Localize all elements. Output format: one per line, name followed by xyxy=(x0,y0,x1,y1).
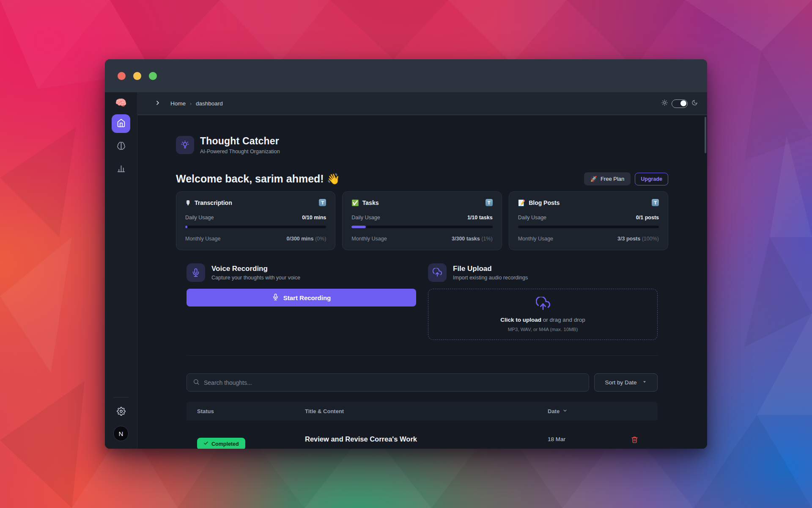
monthly-usage-value: 3/300 tasks (1%) xyxy=(452,236,493,242)
usage-cards: 🎙 Transcription T Daily Usage 0/10 mins … xyxy=(176,191,668,250)
minimize-button[interactable] xyxy=(133,72,141,80)
sort-by-date-dropdown[interactable]: Sort by Date xyxy=(594,373,658,392)
search-input[interactable] xyxy=(204,379,583,386)
sidebar-collapse-button[interactable] xyxy=(154,99,161,108)
chevron-right-icon xyxy=(154,99,161,108)
microphone-icon xyxy=(187,263,205,282)
dropzone-cta: Click to upload or drag and drop xyxy=(500,317,585,323)
page-title: Thought Catcher xyxy=(200,135,280,147)
info-badge-icon[interactable]: T xyxy=(652,199,659,206)
moon-icon xyxy=(691,99,698,108)
daily-usage-value: 0/10 mins xyxy=(302,215,326,221)
home-icon xyxy=(117,119,126,129)
status-badge: Completed xyxy=(197,438,245,449)
sidebar-item-thoughts[interactable] xyxy=(112,137,130,156)
voice-recording-subtitle: Capture your thoughts with your voice xyxy=(211,275,300,281)
microphone-emoji-icon: 🎙 xyxy=(185,199,191,206)
voice-recording-title: Voice Recording xyxy=(211,265,300,273)
dropzone-hint: MP3, WAV, or M4A (max. 10MB) xyxy=(508,327,578,332)
voice-recording-section: Voice Recording Capture your thoughts wi… xyxy=(187,263,416,340)
file-dropzone[interactable]: Click to upload or drag and drop MP3, WA… xyxy=(428,289,658,340)
topbar: Home › dashboard xyxy=(137,92,707,115)
trash-icon xyxy=(631,436,638,449)
monthly-usage-label: Monthly Usage xyxy=(351,236,387,242)
lightbulb-icon xyxy=(176,136,194,154)
app-window: 🧠 xyxy=(105,59,707,449)
microphone-icon xyxy=(272,293,279,302)
breadcrumb-current[interactable]: dashboard xyxy=(196,100,223,107)
wave-emoji: 👋 xyxy=(327,173,340,185)
column-status: Status xyxy=(197,408,305,414)
breadcrumb-home[interactable]: Home xyxy=(170,100,186,107)
avatar[interactable]: N xyxy=(113,426,129,441)
thought-title[interactable]: Review and Revise Correa's Work xyxy=(305,433,548,449)
bar-chart-icon xyxy=(117,164,126,175)
thoughts-table: Status Title & Content Date xyxy=(187,402,658,449)
card-title: Transcription xyxy=(195,199,232,206)
thought-date: 18 Mar xyxy=(548,433,622,449)
daily-usage-label: Daily Usage xyxy=(518,215,546,221)
brain-logo-icon: 🧠 xyxy=(115,98,126,108)
memo-emoji-icon: 📝 xyxy=(518,199,525,206)
check-emoji-icon: ✅ xyxy=(351,199,359,206)
content-scroll-area[interactable]: Thought Catcher AI-Powered Thought Organ… xyxy=(137,115,707,449)
plan-badge: 🚀 Free Plan xyxy=(584,172,631,185)
tasks-card: ✅ Tasks T Daily Usage 1/10 tasks Monthly… xyxy=(342,191,502,250)
brain-icon xyxy=(117,141,126,152)
rocket-icon: 🚀 xyxy=(590,176,597,182)
sun-icon xyxy=(661,99,668,108)
plan-label: Free Plan xyxy=(601,176,624,182)
file-upload-subtitle: Import existing audio recordings xyxy=(453,275,528,281)
daily-usage-label: Daily Usage xyxy=(185,215,214,221)
daily-usage-value: 0/1 posts xyxy=(636,215,659,221)
transcription-card: 🎙 Transcription T Daily Usage 0/10 mins … xyxy=(176,191,335,250)
monthly-usage-value: 0/300 mins (0%) xyxy=(287,236,326,242)
caret-down-icon xyxy=(642,379,647,386)
settings-button[interactable] xyxy=(117,407,126,417)
cloud-upload-icon xyxy=(536,297,550,313)
sidebar-item-home[interactable] xyxy=(112,114,130,133)
search-field xyxy=(187,373,589,392)
column-date-sort[interactable]: Date xyxy=(548,408,622,414)
maximize-button[interactable] xyxy=(149,72,157,80)
page-header: Thought Catcher AI-Powered Thought Organ… xyxy=(176,135,668,155)
file-upload-section: File Upload Import existing audio record… xyxy=(428,263,658,340)
welcome-heading: Welcome back, sarim ahmed! 👋 xyxy=(176,173,340,185)
file-upload-title: File Upload xyxy=(453,265,528,273)
window-titlebar[interactable] xyxy=(105,59,707,92)
scrollbar[interactable] xyxy=(705,117,706,153)
upgrade-button[interactable]: Upgrade xyxy=(635,173,668,185)
monthly-usage-label: Monthly Usage xyxy=(185,236,220,242)
blog-posts-card: 📝 Blog Posts T Daily Usage 0/1 posts Mon… xyxy=(509,191,668,250)
delete-button[interactable] xyxy=(622,433,647,449)
daily-usage-label: Daily Usage xyxy=(351,215,380,221)
card-title: Blog Posts xyxy=(529,199,560,206)
table-header: Status Title & Content Date xyxy=(187,402,658,420)
theme-toggle[interactable] xyxy=(672,99,688,108)
gear-icon xyxy=(117,410,126,417)
breadcrumb: Home › dashboard xyxy=(170,100,223,107)
close-button[interactable] xyxy=(118,72,126,80)
search-icon xyxy=(193,378,200,387)
page-subtitle: AI-Powered Thought Organization xyxy=(200,149,280,155)
card-title: Tasks xyxy=(362,199,379,206)
check-icon xyxy=(203,441,208,447)
daily-usage-progressbar xyxy=(185,226,326,228)
monthly-usage-label: Monthly Usage xyxy=(518,236,553,242)
sidebar: 🧠 xyxy=(105,92,137,449)
sidebar-item-analytics[interactable] xyxy=(112,160,130,179)
chevron-down-icon xyxy=(562,408,568,414)
info-badge-icon[interactable]: T xyxy=(486,199,493,206)
info-badge-icon[interactable]: T xyxy=(319,199,326,206)
daily-usage-progressbar xyxy=(351,226,492,228)
start-recording-button[interactable]: Start Recording xyxy=(187,289,416,306)
column-title-content: Title & Content xyxy=(305,408,548,414)
sidebar-divider xyxy=(113,397,129,398)
daily-usage-value: 1/10 tasks xyxy=(467,215,493,221)
daily-usage-progressbar xyxy=(518,226,659,228)
toggle-knob xyxy=(680,100,686,106)
monthly-usage-value: 3/3 posts (100%) xyxy=(617,236,659,242)
table-row[interactable]: Completed Review and Revise Correa's Wor… xyxy=(187,420,658,449)
breadcrumb-separator: › xyxy=(190,101,192,107)
cloud-upload-icon xyxy=(428,263,447,282)
